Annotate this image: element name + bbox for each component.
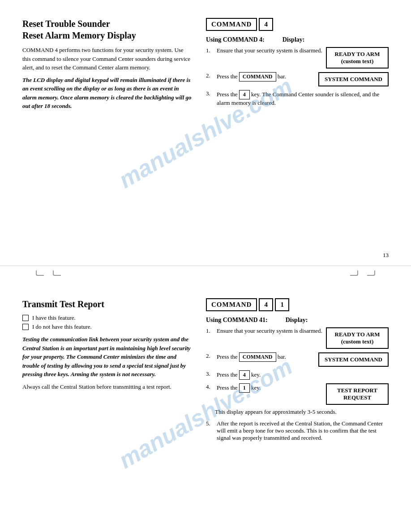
step1-display: READY TO ARM(custom text): [326, 47, 389, 69]
step2-num: 2.: [206, 72, 213, 79]
page-num-1: 13: [383, 252, 389, 259]
step2-page2: 2. Press the COMMAND bar. SYSTEM COMMAND: [206, 352, 389, 367]
step1-p2-num: 1.: [206, 327, 213, 335]
step2-text: Press the COMMAND bar.: [217, 72, 315, 82]
using-title-page2: Using COMMAND 41:: [206, 317, 268, 324]
step1-num: 1.: [206, 47, 213, 54]
page1-body1: COMMAND 4 performs two functions for you…: [22, 46, 193, 72]
step1-p2-content: 1. Ensure that your security system is d…: [206, 327, 322, 335]
step1-page1: 1. Ensure that your security system is d…: [206, 47, 389, 69]
step3-num: 3.: [206, 90, 213, 97]
step2-page1: 2. Press the COMMAND bar. SYSTEM COMMAND: [206, 72, 389, 86]
steps-page2: 1. Ensure that your security system is d…: [206, 327, 389, 442]
display-note: This display appears for approximately 3…: [215, 408, 389, 416]
step3-page2: 3. Press the 4 key.: [206, 370, 389, 380]
page2-title: Transmit Test Report: [22, 298, 193, 310]
step3-text: Press the 4 key. The Command Center soun…: [217, 90, 389, 107]
step2-p2-content: 2. Press the COMMAND bar.: [206, 352, 315, 362]
step5-page2: 5. After the report is received at the C…: [206, 420, 389, 442]
checkbox-1: [22, 315, 29, 321]
step4-p2-key: 1: [239, 383, 250, 393]
step3-p2-key: 4: [239, 370, 250, 380]
command-box-page2: COMMAND: [206, 298, 257, 311]
step4-p2-content: 4. Press the 1 key.: [206, 383, 322, 393]
command-header-page2: COMMAND 4 1: [206, 298, 389, 311]
command-num1-page2: 4: [259, 298, 273, 311]
step1-p2-text: Ensure that your security system is disa…: [217, 327, 322, 335]
step1-p2-display: READY TO ARM(custom text): [326, 327, 389, 349]
step2-display: SYSTEM COMMAND: [318, 72, 389, 86]
right-col-page2: COMMAND 4 1 Using COMMAND 41: Display: 1…: [206, 298, 389, 445]
display-title-page1: Display:: [283, 36, 305, 43]
step4-p2-text: Press the 1 key.: [217, 383, 322, 393]
right-col-page1: COMMAND 4 Using COMMAND 4: Display: 1. E…: [206, 18, 389, 114]
step2-p2-num: 2.: [206, 352, 213, 360]
checkbox-item-1: I have this feature.: [22, 314, 193, 322]
step4-page2: 4. Press the 1 key. TEST REPORTREQUEST: [206, 383, 389, 405]
page1-title: Reset Trouble Sounder Reset Alarm Memory…: [22, 18, 193, 41]
using-title-page1: Using COMMAND 4:: [206, 36, 265, 43]
page-1: Reset Trouble Sounder Reset Alarm Memory…: [0, 0, 411, 266]
step1-text: Ensure that your security system is disa…: [217, 47, 322, 54]
step2-cmd: COMMAND: [239, 72, 276, 82]
page2-body2: Always call the Central Station before t…: [22, 382, 193, 391]
step3-p2-text: Press the 4 key.: [217, 370, 389, 380]
checkbox-2: [22, 324, 29, 330]
step3-p2-num: 3.: [206, 370, 213, 378]
checkbox-area: I have this feature. I do not have this …: [22, 314, 193, 330]
step1-page2: 1. Ensure that your security system is d…: [206, 327, 389, 349]
using-line-page1: Using COMMAND 4: Display:: [206, 36, 389, 43]
step5-p2-num: 5.: [206, 420, 213, 427]
step2-p2-display: SYSTEM COMMAND: [318, 352, 389, 367]
command-num-page1: 4: [259, 18, 273, 31]
using-line-page2: Using COMMAND 41: Display:: [206, 317, 389, 324]
step3-p2-content: 3. Press the 4 key.: [206, 370, 389, 380]
display-title-page2: Display:: [286, 317, 308, 324]
command-box-page1: COMMAND: [206, 18, 257, 31]
left-col-page1: Reset Trouble Sounder Reset Alarm Memory…: [22, 18, 193, 114]
step5-p2-text: After the report is received at the Cent…: [217, 420, 389, 442]
checkbox-item-2: I do not have this feature.: [22, 323, 193, 330]
command-header-page1: COMMAND 4: [206, 18, 389, 31]
page2-body1: Testing the communication link between y…: [22, 335, 193, 379]
step4-p2-num: 4.: [206, 383, 213, 390]
step2-content: 2. Press the COMMAND bar.: [206, 72, 315, 82]
step3-page1: 3. Press the 4 key. The Command Center s…: [206, 90, 389, 107]
step3-content: 3. Press the 4 key. The Command Center s…: [206, 90, 389, 107]
step4-p2-display: TEST REPORTREQUEST: [326, 383, 389, 405]
left-col-page2: Transmit Test Report I have this feature…: [22, 298, 193, 445]
command-num2-page2: 1: [275, 298, 289, 311]
page-2: Transmit Test Report I have this feature…: [0, 280, 411, 532]
checkbox-label-2: I do not have this feature.: [32, 323, 92, 330]
step2-p2-text: Press the COMMAND bar.: [217, 352, 315, 362]
page1-body2: The LCD display and digital keypad will …: [22, 76, 193, 111]
steps-page1: 1. Ensure that your security system is d…: [206, 47, 389, 107]
step3-key: 4: [239, 90, 250, 99]
step2-p2-cmd: COMMAND: [239, 352, 276, 362]
step1-content: 1. Ensure that your security system is d…: [206, 47, 322, 54]
checkbox-label-1: I have this feature.: [32, 314, 76, 322]
step5-p2-content: 5. After the report is received at the C…: [206, 420, 389, 442]
